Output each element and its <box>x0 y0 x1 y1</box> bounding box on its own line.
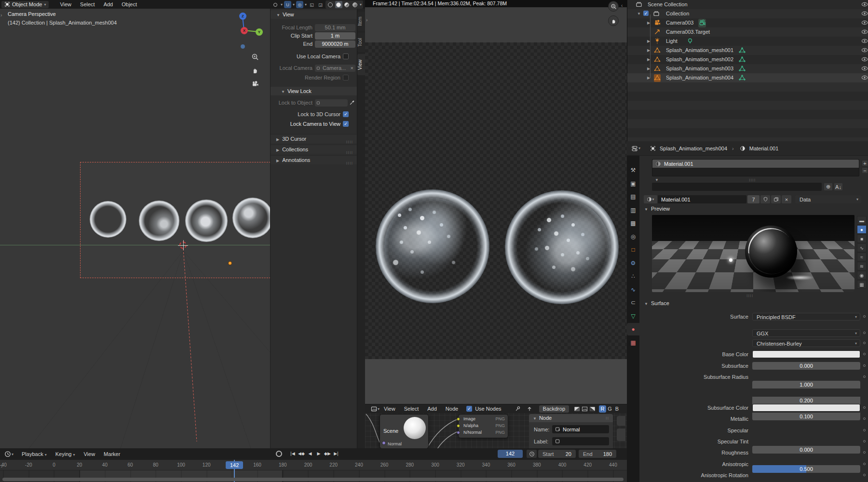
fake-user-shield-icon[interactable] <box>760 195 770 203</box>
snap-magnet-icon[interactable]: U <box>284 1 291 8</box>
surface-panel-header[interactable]: ▼Surface <box>644 300 669 306</box>
node-label-field[interactable] <box>552 437 609 445</box>
frame-end-field[interactable]: End180 <box>579 450 616 458</box>
surface-field-subsurface-radius[interactable]: 0.100 <box>752 413 860 420</box>
lock-camera-to-view-checkbox[interactable]: ✓ <box>343 121 349 127</box>
surface-field-surface[interactable]: Principled BSDF▾ <box>752 313 860 321</box>
shading-rendered-icon[interactable] <box>352 1 359 8</box>
clear-icon[interactable]: × <box>351 65 353 72</box>
animate-decorator-dot[interactable] <box>863 474 866 476</box>
expand-arrow-icon[interactable]: ▶ <box>646 76 651 80</box>
preview-type-flat-button[interactable]: ▬ <box>857 216 867 225</box>
outliner-row-splash-animation-mesh003[interactable]: ▶Splash_Animation_mesh003 <box>627 64 868 73</box>
menu-view[interactable]: View <box>55 0 76 9</box>
gizmo-y-axis[interactable]: Y <box>256 28 263 36</box>
panel-collapsed-annotations[interactable]: ▶Annotations⁝⁝⁝⁝ <box>271 155 357 164</box>
properties-tab-texture[interactable]: ▦ <box>627 336 639 349</box>
toolbar-expand-arrow[interactable]: › <box>0 13 2 18</box>
outliner-row-light[interactable]: ▶Light <box>627 37 868 46</box>
node-menu-view[interactable]: View <box>380 404 400 413</box>
preview-type-cloth-button[interactable]: ≈ <box>857 253 867 261</box>
animate-decorator-dot[interactable] <box>863 417 866 420</box>
channel-b-button[interactable]: B <box>613 405 621 413</box>
material-browse-field[interactable] <box>652 183 822 191</box>
display-alpha-icon[interactable] <box>588 405 596 413</box>
outliner-row-splash-animation-mesh004[interactable]: ▶Splash_Animation_mesh004 <box>627 73 868 82</box>
properties-tab-output[interactable]: ▤ <box>627 190 639 203</box>
node-menu-node[interactable]: Node <box>441 404 462 413</box>
editor-type-timeline-icon[interactable] <box>4 451 12 458</box>
expand-arrow-icon[interactable]: ▶ <box>646 48 651 53</box>
material-link-source-dropdown[interactable]: Data▾ <box>795 195 861 203</box>
node-name-field[interactable]: Normal <box>552 425 609 433</box>
play-forward-button[interactable]: ▶ <box>314 450 323 458</box>
focal-length-field[interactable]: 50.1 mm <box>315 24 355 31</box>
zoom-tool-icon[interactable] <box>251 53 259 61</box>
sidebar-tab-tool[interactable]: Tool <box>357 33 365 52</box>
pin-icon[interactable] <box>514 405 522 413</box>
pan-hand-icon[interactable] <box>251 67 259 74</box>
timeline-menu-playback[interactable]: Playback ▾ <box>17 450 51 458</box>
properties-tab-object[interactable]: □ <box>627 243 639 256</box>
properties-tab-object-data[interactable]: ▽ <box>627 310 639 322</box>
lock-3d-cursor-checkbox[interactable]: ✓ <box>343 111 349 117</box>
mode-selector[interactable]: Object Mode ▾ <box>1 1 49 8</box>
frame-start-field[interactable]: Start20 <box>538 450 576 458</box>
preview-panel-header[interactable]: ▼Preview <box>644 206 670 212</box>
zoom-button[interactable] <box>608 1 619 12</box>
snap-target-icon[interactable]: ◎ <box>296 1 303 8</box>
preview-type-checker-button[interactable]: ▦ <box>857 280 867 289</box>
node-panel-tab-stub[interactable] <box>617 416 625 426</box>
jump-to-start-button[interactable]: |◀ <box>288 450 297 458</box>
properties-tab-view-layer[interactable]: ▥ <box>627 204 639 216</box>
outliner-row-splash-animation-mesh001[interactable]: ▶Splash_Animation_mesh001 <box>627 46 868 55</box>
surface-field-metallic[interactable]: 0.000 <box>752 446 860 454</box>
display-color-alpha-icon[interactable] <box>573 405 581 413</box>
camera-data-icon[interactable] <box>698 19 706 27</box>
expand-arrow-icon[interactable]: ▶ <box>646 39 651 43</box>
auto-keying-record-button[interactable] <box>276 451 282 457</box>
next-keyframe-button[interactable]: ◆▶ <box>323 450 332 458</box>
go-to-parent-icon[interactable] <box>526 405 533 413</box>
clip-end-field[interactable]: 9000020 m <box>315 40 355 48</box>
channel-g-button[interactable]: G <box>606 405 613 413</box>
channel-r-button[interactable]: R <box>599 405 606 413</box>
menu-add[interactable]: Add <box>99 0 118 9</box>
shading-material-icon[interactable] <box>343 1 351 8</box>
properties-editor[interactable]: ▾ Splash_Animation_mesh004 › Material.00… <box>627 141 868 482</box>
breadcrumb-material[interactable]: Material.001 <box>749 146 779 151</box>
timeline-scrollbar[interactable] <box>2 478 624 481</box>
output-node-socket-row[interactable]: Image PNG <box>459 416 508 423</box>
material-datablock-menu[interactable]: ▾ <box>644 195 657 203</box>
hide-eye-icon[interactable] <box>861 10 868 18</box>
properties-tab-scene[interactable]: ▩ <box>627 217 639 229</box>
output-node-socket-row[interactable]: N/Normal PNG <box>459 430 508 436</box>
scene-node[interactable]: Scene Normal <box>380 414 429 448</box>
panel-view-header[interactable]: ▼View <box>271 10 357 19</box>
expand-arrow-icon[interactable]: ▶ <box>646 67 651 71</box>
surface-field-subsurface[interactable]: 0.000 <box>752 362 860 370</box>
surface-field-subsurface-color[interactable] <box>752 404 860 412</box>
menu-select[interactable]: Select <box>76 0 99 9</box>
gizmos-toggle-icon[interactable]: ◱ <box>308 1 315 8</box>
material-slot-active[interactable]: Material.001 <box>652 160 859 168</box>
jump-to-end-button[interactable]: ▶| <box>332 450 340 458</box>
editor-type-image-icon[interactable] <box>370 405 378 413</box>
hide-eye-icon[interactable] <box>861 1 868 9</box>
sidebar-tab-item[interactable]: Item <box>357 12 365 31</box>
outliner[interactable]: Scene Collection▼✓Collection▶Camera003Ca… <box>627 0 868 141</box>
splash-mesh-003-3d[interactable] <box>185 200 228 242</box>
play-reverse-button[interactable]: ◀ <box>306 450 314 458</box>
menu-object[interactable]: Object <box>117 0 141 9</box>
file-output-node[interactable]: Image PNG N/alpha PNG N/Normal PNG <box>458 414 508 438</box>
animate-decorator-dot[interactable] <box>863 315 866 318</box>
properties-tab-render[interactable]: ▣ <box>627 177 639 190</box>
current-frame-badge[interactable]: 142 <box>226 461 243 469</box>
animate-decorator-dot[interactable] <box>863 342 866 344</box>
timeline-menu-view[interactable]: View <box>79 450 99 458</box>
eyedropper-icon[interactable] <box>349 100 355 106</box>
properties-tab-modifiers[interactable]: ⚙ <box>627 257 639 269</box>
drag-handle-dots[interactable]: ⁝⁝⁝⁝ <box>749 178 756 182</box>
region-expand-arrow[interactable]: › <box>366 17 367 23</box>
editor-type-properties-icon[interactable] <box>631 145 638 152</box>
